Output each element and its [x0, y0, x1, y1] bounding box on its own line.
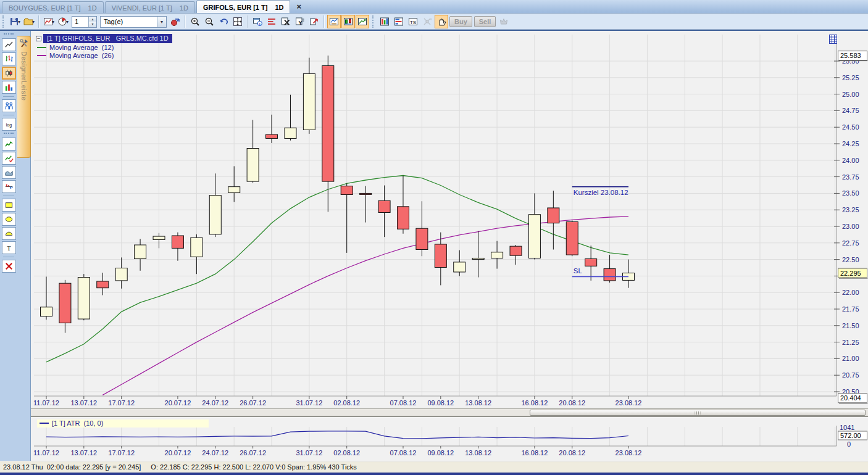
horizontal-lines-button[interactable] [265, 15, 278, 28]
strategy-button[interactable]: 4 [420, 15, 434, 28]
svg-text:22.295: 22.295 [840, 270, 861, 277]
delete-window-button[interactable] [279, 15, 293, 28]
ellipse-tool-button[interactable] [2, 213, 16, 226]
legend-ma26-row[interactable]: Moving Average (26) [36, 52, 172, 59]
compare-symbols-button[interactable] [2, 99, 16, 112]
hand-icon [436, 17, 446, 27]
line-style-toggle[interactable] [327, 15, 341, 28]
period-value-field[interactable] [72, 17, 88, 27]
apply-period-button[interactable] [169, 15, 182, 28]
ts-icon: TS [408, 17, 418, 27]
svg-text:20.404: 20.404 [840, 394, 861, 402]
export-chart-button[interactable] [307, 15, 321, 28]
text-tool-button[interactable]: T [2, 241, 16, 254]
trading-system-button[interactable]: TS [406, 15, 420, 28]
tab-1[interactable]: BOUYGUES, EUR [1 T]1D [2, 1, 104, 13]
slog-icon: log [4, 120, 14, 129]
chart-region: 20.5020.7521.0021.2521.5021.7522.0022.25… [31, 31, 868, 461]
window-info-button[interactable]: i [251, 15, 264, 28]
area-indicator-button[interactable] [2, 166, 16, 179]
style3-icon [357, 17, 367, 27]
ohlc-bars-button[interactable] [2, 52, 16, 65]
open-button[interactable]: ▾ [22, 15, 36, 28]
collapse-icon[interactable]: − [36, 36, 41, 41]
toolbar-separator [323, 15, 325, 28]
svg-text:1041: 1041 [840, 424, 854, 431]
platform-button[interactable] [497, 15, 511, 28]
period-clock-button[interactable]: ▾ [56, 15, 70, 28]
style1-icon [329, 17, 339, 27]
volume-profile-button[interactable] [392, 15, 406, 28]
tab-2[interactable]: VIVENDI, EUR [1 T]1D [105, 1, 195, 13]
candlestick-button[interactable] [2, 67, 16, 80]
delete-drawing-button[interactable] [2, 260, 16, 273]
y-axis-settings-button[interactable]: Y [293, 15, 307, 28]
tab-3[interactable]: GRIFOLS, EUR [1 T]1D [196, 0, 291, 13]
svg-text:4: 4 [430, 17, 432, 21]
atr-legend-row[interactable]: [1 T] ATR (10, 0) [37, 419, 209, 428]
spin-down-icon[interactable]: ▼ [89, 22, 96, 27]
designer-leiste-tab[interactable]: DesignerLeiste [17, 36, 31, 158]
price-axis-box: 20.404 [838, 394, 868, 403]
chevron-down-icon[interactable]: ▾ [52, 19, 54, 25]
legend-ma12-row[interactable]: Moving Average (12) [36, 44, 172, 51]
line-chart-button[interactable] [2, 38, 16, 51]
candle [78, 274, 90, 320]
svg-text:23.08.12: 23.08.12 [616, 399, 642, 407]
svg-text:09.08.12: 09.08.12 [427, 449, 454, 456]
candle-style-toggle[interactable] [341, 15, 355, 28]
horizontal-scrollbar[interactable] [31, 408, 868, 416]
chevron-down-icon[interactable]: ▾ [157, 17, 166, 27]
svg-text:13.08.12: 13.08.12 [465, 399, 491, 407]
columns-view-button[interactable] [378, 15, 391, 28]
toolbar-grip[interactable] [372, 15, 375, 28]
pan-icon [233, 17, 243, 27]
period-unit-select[interactable]: Tag(e)▾ [100, 16, 167, 28]
svg-text:31.07.12: 31.07.12 [296, 399, 322, 407]
svg-text:24.07.12: 24.07.12 [202, 449, 228, 456]
chart-template-button[interactable]: ▾ [42, 15, 56, 28]
indicator-check-button[interactable] [2, 152, 16, 165]
zoom-out-button[interactable] [202, 15, 216, 28]
sidebar-grip[interactable] [4, 133, 14, 134]
kursziel-target-line[interactable]: Kursziel 23.08.12 [572, 187, 628, 196]
indicator-style-toggle[interactable] [356, 15, 369, 28]
columns-icon [380, 17, 390, 27]
save-button[interactable]: ▾ [8, 15, 22, 28]
spin-up-icon[interactable]: ▲ [89, 17, 96, 22]
chart-legend: − [1 T] GRIFOLS, EUR GRLS.MC.cfd 1D Movi… [36, 34, 172, 59]
svg-text:22.00: 22.00 [842, 289, 859, 296]
legend-instrument-row[interactable]: − [1 T] GRIFOLS, EUR GRLS.MC.cfd 1D [36, 34, 172, 43]
price-axis-box: 25.583 [838, 51, 868, 61]
sell-button[interactable]: Sell [474, 16, 496, 27]
sidebar-grip[interactable] [4, 33, 14, 35]
hand-tool-button[interactable] [435, 15, 448, 28]
rectangle-tool-button[interactable] [2, 199, 16, 212]
fit-chart-button[interactable] [231, 15, 244, 28]
svg-text:13.07.12: 13.07.12 [70, 449, 97, 456]
svg-text:11.07.12: 11.07.12 [33, 449, 59, 456]
price-chart-canvas[interactable]: 20.5020.7521.0021.2521.5021.7522.0022.25… [31, 31, 868, 408]
undo-zoom-button[interactable] [217, 15, 230, 28]
chevron-down-icon[interactable]: ▾ [66, 19, 69, 25]
tab-close-button[interactable]: × [296, 3, 301, 10]
scrollbar-thumb[interactable] [530, 410, 866, 416]
arc-tool-button[interactable] [2, 227, 16, 240]
buy-button[interactable]: Buy [449, 16, 472, 27]
sidebar-separator [3, 196, 14, 196]
toolbar-grip[interactable] [2, 15, 5, 28]
toolbar-separator [247, 15, 248, 28]
histogram-indicator-button[interactable] [2, 180, 16, 193]
svg-text:23.50: 23.50 [842, 189, 859, 197]
svg-text:21.25: 21.25 [842, 339, 859, 346]
indicator-line-button[interactable] [2, 138, 16, 151]
designer-strip: DesignerLeiste [17, 31, 31, 461]
chevron-down-icon[interactable]: ▾ [18, 19, 20, 25]
colored-bars-button[interactable] [2, 81, 16, 94]
svg-text:0: 0 [847, 440, 851, 448]
data-table-icon[interactable] [829, 35, 837, 46]
log-scale-button[interactable]: log [2, 118, 16, 131]
period-value-input[interactable]: ▲▼ [72, 16, 97, 28]
zoom-in-button[interactable] [188, 15, 202, 28]
chevron-down-icon[interactable]: ▾ [32, 19, 35, 25]
